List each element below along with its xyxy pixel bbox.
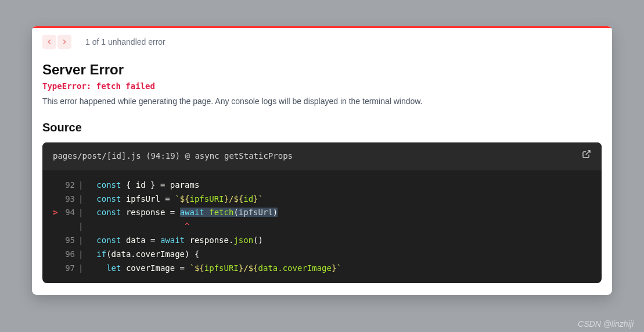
code-body: 92| const { id } = params 93| const ipfs… — [42, 170, 602, 284]
next-error-button[interactable] — [57, 35, 71, 49]
code-caret-line: | ^ — [53, 220, 591, 234]
arrow-right-icon — [60, 38, 69, 46]
code-line-95: 95| const data = await response.json() — [53, 234, 591, 248]
code-line-93: 93| const ipfsUrl = `${ipfsURI}/${id}` — [53, 192, 591, 206]
error-type: TypeError: fetch failed — [42, 81, 602, 91]
source-location: pages/post/[id].js (94:19) @ async getSt… — [53, 149, 293, 163]
code-line-97: 97| let coverImage = `${ipfsURI}/${data.… — [53, 262, 591, 276]
error-nav: 1 of 1 unhandled error — [32, 28, 612, 52]
error-card: 1 of 1 unhandled error Server Error Type… — [32, 26, 612, 295]
code-line-92: 92| const { id } = params — [53, 179, 591, 192]
source-heading: Source — [42, 121, 602, 134]
error-description: This error happened while generating the… — [42, 97, 602, 106]
watermark: CSDN @linzhiji — [578, 319, 634, 329]
error-title: Server Error — [42, 62, 602, 78]
arrow-left-icon — [45, 38, 53, 46]
nav-buttons — [42, 35, 71, 49]
external-link-icon — [582, 149, 591, 159]
code-line-96: 96| if(data.coverImage) { — [53, 248, 591, 262]
code-line-94: >94| const response = await fetch(ipfsUr… — [53, 206, 591, 220]
source-code-block: pages/post/[id].js (94:19) @ async getSt… — [42, 142, 602, 283]
error-content: Server Error TypeError: fetch failed Thi… — [32, 52, 612, 295]
open-external-button[interactable] — [582, 149, 591, 163]
prev-error-button[interactable] — [42, 35, 56, 49]
error-counter: 1 of 1 unhandled error — [85, 37, 166, 47]
code-header: pages/post/[id].js (94:19) @ async getSt… — [42, 142, 602, 170]
